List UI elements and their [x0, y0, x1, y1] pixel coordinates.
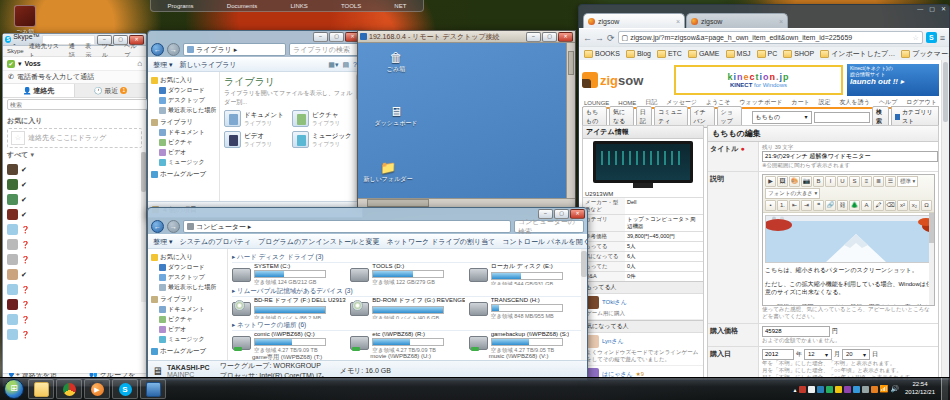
- back-button[interactable]: ←: [151, 220, 164, 233]
- drive-item[interactable]: TOOLS (D:)空き領域 122 GB/279 GB: [350, 264, 464, 285]
- editor-tool-icon[interactable]: Ω: [921, 200, 932, 211]
- group-header-removable[interactable]: ▸ リムーバブル記憶域があるデバイス (3): [232, 287, 583, 297]
- contact-row[interactable]: ❓: [7, 297, 142, 312]
- bookmark-folder[interactable]: ブックマーク バー: [901, 49, 949, 59]
- nav-link[interactable]: ウォッチボード: [739, 98, 782, 107]
- all-contacts-header[interactable]: すべて ▾: [7, 150, 142, 160]
- tray-icon[interactable]: [835, 386, 842, 393]
- taskbar-chrome-button[interactable]: [56, 379, 82, 399]
- search-box[interactable]: コンピューターの検索: [514, 220, 584, 233]
- day-select[interactable]: 20▾: [842, 349, 870, 360]
- nav-link[interactable]: 設定: [819, 98, 831, 107]
- tray-icon[interactable]: [808, 386, 815, 393]
- tab-close-icon[interactable]: ×: [676, 18, 680, 25]
- command-button[interactable]: システムのプロパティ: [179, 237, 251, 247]
- search-box[interactable]: ライブラリの検索: [289, 43, 359, 56]
- drive-item[interactable]: gamebackup (\\WPBZ68) (S:)空き領域 4.27 TB/9…: [469, 332, 583, 353]
- favorites-dropzone[interactable]: ☆ 連絡先をここにドラッグ: [7, 128, 142, 148]
- show-desktop-button[interactable]: [941, 378, 948, 400]
- editor-tool-icon[interactable]: 🔗: [825, 200, 836, 211]
- libraries-group[interactable]: ライブラリ: [151, 118, 219, 127]
- editor-content[interactable]: こちらは、縮小されるパターンのスクリーンショット。ただし、この拡大縮小機能を利用…: [763, 213, 934, 305]
- font-size-dropdown[interactable]: フォントの大きさ ▾: [765, 188, 820, 199]
- tab-close-icon[interactable]: ×: [779, 18, 783, 25]
- taskbar-media-player-button[interactable]: ▶: [84, 379, 110, 399]
- nav-item[interactable]: ピクチャ: [151, 138, 219, 148]
- editor-tool-icon[interactable]: U: [837, 176, 848, 187]
- editor-tool-icon[interactable]: ☰: [885, 176, 896, 187]
- drive-item[interactable]: TRANSCEND (H:)空き領域 848 MB/955 MB: [469, 298, 583, 319]
- vertical-scrollbar[interactable]: [566, 43, 575, 198]
- editor-tool-icon[interactable]: 🖼: [777, 176, 788, 187]
- editor-tool-icon[interactable]: 🖍: [873, 200, 884, 211]
- drive-name[interactable]: game専用 (\\WPBZ68) (T:): [232, 353, 346, 360]
- remote-icon-new-folder[interactable]: 📁新しいフォルダー: [362, 161, 414, 184]
- year-input[interactable]: [762, 349, 794, 360]
- address-bar[interactable]: コンピューター ▸: [183, 220, 511, 233]
- command-button[interactable]: 新しいライブラリ: [179, 60, 236, 70]
- editor-tool-icon[interactable]: 🌲: [849, 200, 860, 211]
- minimize-button[interactable]: –: [526, 32, 541, 42]
- nav-link[interactable]: カート: [791, 98, 809, 107]
- tray-icon[interactable]: [871, 386, 878, 393]
- taskbar-skype-button[interactable]: S: [112, 379, 138, 399]
- library-item[interactable]: ミュージックライブラリ: [292, 131, 358, 148]
- editor-tool-icon[interactable]: 🎨: [789, 176, 800, 187]
- tray-icon[interactable]: [853, 386, 860, 393]
- scrollbar[interactable]: [581, 249, 587, 360]
- contact-row[interactable]: ✔: [7, 177, 142, 192]
- search-input[interactable]: [7, 99, 148, 110]
- drive-item[interactable]: ローカル ディスク (E:)空き領域 544 GB/931 GB: [469, 264, 583, 285]
- tray-expand-icon[interactable]: ▴: [793, 386, 796, 393]
- home-icon[interactable]: ⌂: [137, 59, 142, 68]
- tab-recent[interactable]: 🕐最近1: [75, 84, 146, 97]
- nav-link[interactable]: LOUNGE: [584, 100, 609, 106]
- taskbar-explorer-button[interactable]: [28, 379, 54, 399]
- nav-item[interactable]: ビデオ: [151, 325, 227, 335]
- user-link[interactable]: Lynさん: [602, 337, 624, 346]
- command-button[interactable]: コントロール パネルを開く: [502, 237, 587, 247]
- user-link[interactable]: TOkiさん: [602, 298, 627, 307]
- contact-row[interactable]: ❓: [7, 222, 142, 237]
- nav-item[interactable]: デスクトップ: [151, 273, 227, 283]
- nav-link[interactable]: HOME: [618, 100, 636, 106]
- libraries-group[interactable]: ライブラリ: [151, 295, 227, 304]
- command-button[interactable]: 整理 ▾: [153, 237, 172, 247]
- command-button[interactable]: ネットワーク ドライブの割り当て: [386, 237, 495, 247]
- tab-contacts[interactable]: 👤連絡先: [3, 84, 75, 97]
- kinection-banner[interactable]: kinection.jp KINECT for Windows: [674, 65, 843, 95]
- back-button[interactable]: ←: [583, 33, 592, 43]
- contact-row[interactable]: ✔: [7, 162, 142, 177]
- bookmark-folder[interactable]: SHOP: [783, 49, 814, 59]
- maximize-button[interactable]: ▢: [929, 6, 935, 13]
- forward-button[interactable]: →: [167, 220, 180, 233]
- page-scrollbar[interactable]: [941, 60, 949, 380]
- homegroup-item[interactable]: ホームグループ: [151, 170, 219, 179]
- editor-tool-icon[interactable]: A: [861, 200, 872, 211]
- rich-text-editor[interactable]: ▶🖼🎨📷BIUS≡≣☰ 標準 ▾ フォントの大きさ ▾ •1.⇤⇥❝🔗⛓🌲A🖍⌫…: [762, 174, 935, 306]
- tray-icon[interactable]: [799, 386, 806, 393]
- scope-select[interactable]: もちもの▾: [752, 111, 812, 124]
- dock-item[interactable]: NET: [394, 3, 406, 9]
- command-button[interactable]: プログラムのアンインストールと変更: [258, 237, 379, 247]
- nav-item[interactable]: ドキュメント: [151, 128, 219, 138]
- library-item[interactable]: ピクチャライブラリ: [292, 110, 358, 127]
- contacts-scrollbar[interactable]: [141, 152, 146, 302]
- minimize-button[interactable]: —: [917, 6, 923, 13]
- editor-tool-icon[interactable]: ≡: [861, 176, 872, 187]
- bookmark-star-icon[interactable]: ☆: [912, 34, 918, 42]
- title-input[interactable]: [762, 151, 938, 162]
- editor-tool-icon[interactable]: ❝: [813, 200, 824, 211]
- dock-item[interactable]: Programs: [168, 3, 194, 9]
- editor-tool-icon[interactable]: B: [813, 176, 824, 187]
- nav-link[interactable]: 友人を誘う: [840, 98, 870, 107]
- nav-item[interactable]: デスクトップ: [151, 96, 219, 106]
- tab-active[interactable]: zigsow×: [583, 13, 685, 28]
- nav-item[interactable]: 最近表示した場所: [151, 106, 219, 116]
- bookmark-folder[interactable]: BOOKS: [584, 49, 620, 59]
- rdp-titlebar[interactable]: 192.168.0.4 - リモート デスクトップ接続 –▢✕: [358, 31, 575, 43]
- bookmark-folder[interactable]: GAME: [688, 49, 720, 59]
- editor-tool-icon[interactable]: I: [825, 176, 836, 187]
- back-button[interactable]: ←: [151, 43, 164, 56]
- remote-icon-dashboard[interactable]: 🖥ダッシュボード: [370, 105, 422, 128]
